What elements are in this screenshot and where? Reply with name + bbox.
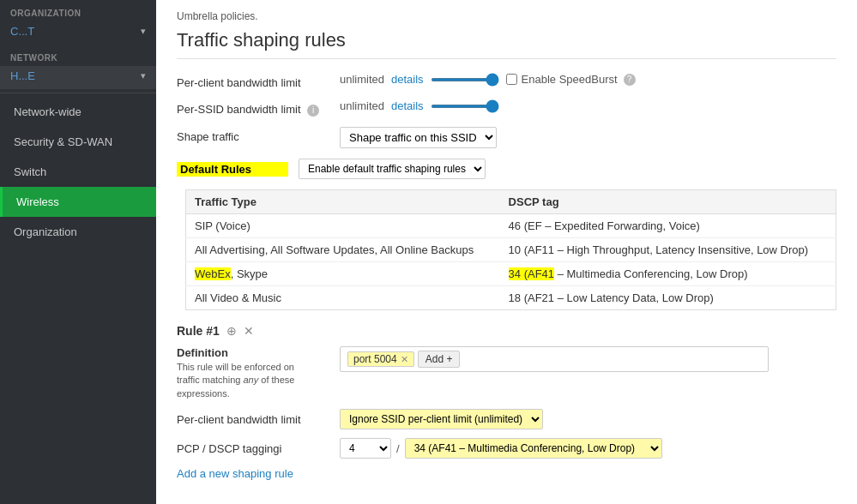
port-tag-text: port 5004 <box>353 353 397 365</box>
dscp-highlight: 34 (AF41 <box>509 267 554 280</box>
pcp-info-icon[interactable]: i <box>279 442 281 455</box>
rule-add-icon[interactable]: ⊕ <box>226 324 237 338</box>
traffic-table: Traffic Type DSCP tag SIP (Voice) 46 (EF… <box>185 189 836 310</box>
per-ssid-bandwidth-controls: unlimited details <box>340 99 499 112</box>
definition-sublabel: This rule will be enforced on traffic ma… <box>177 361 340 400</box>
rule-section: Rule #1 ⊕ ✕ Definition This rule will be… <box>177 324 836 480</box>
rule-header: Rule #1 ⊕ ✕ <box>177 324 836 338</box>
table-row: SIP (Voice) 46 (EF – Expedited Forwardin… <box>186 214 836 238</box>
dscp-tag-cell: 46 (EF – Expedited Forwarding, Voice) <box>500 214 836 238</box>
speedburst-checkbox-label: Enable SpeedBurst ? <box>506 73 636 86</box>
add-expression-button[interactable]: Add + <box>418 351 461 368</box>
shape-traffic-label: Shape traffic <box>177 127 340 143</box>
sidebar-divider-1 <box>0 93 156 93</box>
speedburst-checkbox[interactable] <box>506 74 517 85</box>
pcp-controls: 4 / 34 (AF41 – Multimedia Conferencing, … <box>340 438 662 459</box>
sidebar-item-switch[interactable]: Switch <box>0 157 156 187</box>
definition-label: Definition <box>177 346 340 359</box>
shape-traffic-controls: Shape traffic on this SSID <box>340 127 497 148</box>
rule-title: Rule #1 <box>177 324 220 338</box>
network-section-label: NETWORK <box>0 45 156 66</box>
traffic-type-cell: All Video & Music <box>186 286 500 310</box>
top-bar: Umbrella policies. <box>177 10 836 22</box>
per-client-details-link[interactable]: details <box>391 73 424 86</box>
definition-row: Definition This rule will be enforced on… <box>177 346 836 400</box>
webex-highlight: WebEx <box>195 267 231 280</box>
dscp-tag-col-header: DSCP tag <box>500 190 836 214</box>
definition-label-col: Definition This rule will be enforced on… <box>177 346 340 400</box>
enable-rules-select[interactable]: Enable default traffic shaping rules <box>299 159 486 179</box>
shape-traffic-select[interactable]: Shape traffic on this SSID <box>340 127 497 148</box>
per-client-slider-container <box>431 78 499 81</box>
pcp-value-select[interactable]: 4 <box>340 438 391 459</box>
per-ssid-bandwidth-label: Per-SSID bandwidth limit i <box>177 99 340 117</box>
shape-traffic-row: Shape traffic Shape traffic on this SSID <box>177 127 836 148</box>
traffic-type-cell: SIP (Voice) <box>186 214 500 238</box>
dscp-tag-cell: 10 (AF11 – High Throughput, Latency Inse… <box>500 238 836 262</box>
sidebar-item-network-wide[interactable]: Network-wide <box>0 97 156 127</box>
port-tag-remove-icon[interactable]: ✕ <box>401 354 408 365</box>
per-client-bandwidth-value: unlimited <box>340 73 384 86</box>
dscp-tag-cell: 18 (AF21 – Low Latency Data, Low Drop) <box>500 286 836 310</box>
speedburst-label: Enable SpeedBurst <box>522 73 618 86</box>
table-row: All Video & Music 18 (AF21 – Low Latency… <box>186 286 836 310</box>
rule-per-client-row: Per-client bandwidth limit Ignore SSID p… <box>177 409 836 429</box>
dscp-value-select[interactable]: 34 (AF41 – Multimedia Conferencing, Low … <box>405 438 662 459</box>
rule-per-client-select[interactable]: Ignore SSID per-client limit (unlimited) <box>340 409 543 429</box>
table-row: All Advertising, All Software Updates, A… <box>186 238 836 262</box>
sidebar: ORGANIZATION C...T ▾ NETWORK H...E ▾ Net… <box>0 0 156 504</box>
org-name: C...T <box>10 25 34 38</box>
per-ssid-info-icon[interactable]: i <box>307 105 319 117</box>
network-name: H...E <box>10 69 35 82</box>
traffic-type-cell: WebEx, Skype <box>186 262 500 286</box>
per-client-bandwidth-controls: unlimited details Enable SpeedBurst ? <box>340 73 636 86</box>
org-chevron-icon: ▾ <box>141 26 146 37</box>
add-rule-link[interactable]: Add a new shaping rule <box>177 467 293 480</box>
pcp-row: PCP / DSCP tagging i 4 / 34 (AF41 – Mult… <box>177 438 836 459</box>
tag-container: port 5004 ✕ Add + <box>340 346 769 372</box>
rule-per-client-label: Per-client bandwidth limit <box>177 413 340 426</box>
dscp-tag-cell: 34 (AF41 – Multimedia Conferencing, Low … <box>500 262 836 286</box>
port-tag: port 5004 ✕ <box>347 351 414 367</box>
network-selector[interactable]: H...E ▾ <box>0 66 156 89</box>
top-bar-text: Umbrella policies. <box>177 10 258 22</box>
default-rules-controls: Enable default traffic shaping rules <box>299 159 486 179</box>
org-selector[interactable]: C...T ▾ <box>0 21 156 45</box>
slash-divider: / <box>396 442 400 455</box>
sidebar-item-wireless[interactable]: Wireless <box>0 187 156 217</box>
per-ssid-details-link[interactable]: details <box>391 99 424 112</box>
per-ssid-slider-container <box>431 105 499 108</box>
network-chevron-icon: ▾ <box>141 70 146 81</box>
per-ssid-bandwidth-row: Per-SSID bandwidth limit i unlimited det… <box>177 99 836 117</box>
pcp-label: PCP / DSCP tagging i <box>177 442 340 455</box>
sidebar-item-organization[interactable]: Organization <box>0 217 156 247</box>
page-title: Traffic shaping rules <box>177 29 836 59</box>
org-section-label: ORGANIZATION <box>0 0 156 21</box>
speedburst-info-icon[interactable]: ? <box>624 74 636 86</box>
per-ssid-bandwidth-value: unlimited <box>340 99 384 112</box>
traffic-table-header-row: Traffic Type DSCP tag <box>186 190 836 214</box>
main-content: Umbrella policies. Traffic shaping rules… <box>156 0 857 504</box>
sidebar-item-security-sdwan[interactable]: Security & SD-WAN <box>0 127 156 157</box>
table-row: WebEx, Skype 34 (AF41 – Multimedia Confe… <box>186 262 836 286</box>
default-rules-row: Default Rules Enable default traffic sha… <box>177 159 836 179</box>
per-client-bandwidth-label: Per-client bandwidth limit <box>177 73 340 89</box>
per-client-slider[interactable] <box>431 78 499 81</box>
default-rules-label: Default Rules <box>177 162 288 177</box>
per-ssid-slider[interactable] <box>431 105 499 108</box>
traffic-type-cell: All Advertising, All Software Updates, A… <box>186 238 500 262</box>
rule-remove-icon[interactable]: ✕ <box>244 324 254 338</box>
traffic-type-col-header: Traffic Type <box>186 190 500 214</box>
per-client-bandwidth-row: Per-client bandwidth limit unlimited det… <box>177 73 836 89</box>
